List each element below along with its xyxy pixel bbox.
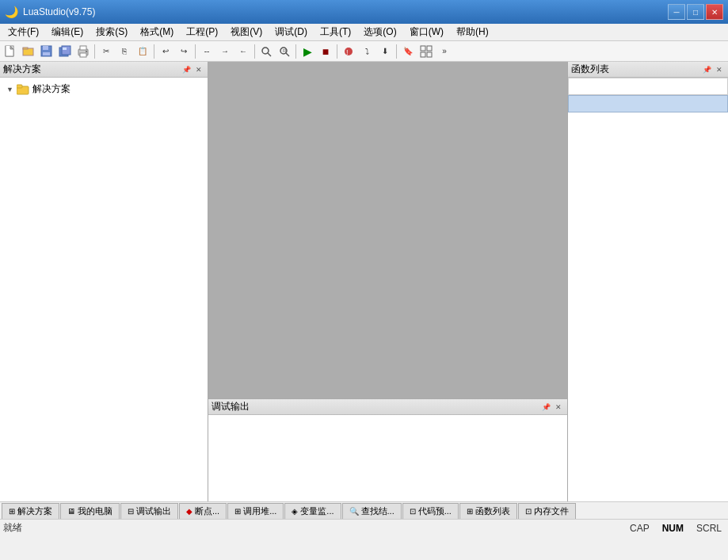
svg-point-14 [262,48,269,54]
menu-format[interactable]: 格式(M) [134,24,180,40]
tab-varwatch-icon: ◈ [292,507,298,516]
tab-codepreview[interactable]: ⊡ 代码预... [402,503,459,519]
svg-rect-26 [17,85,22,88]
tb-debug[interactable]: ! [340,43,357,60]
tb-paste[interactable]: 📋 [134,43,151,60]
solution-tree-item[interactable]: ▼ 解决方案 [3,81,204,97]
tb-bookmark[interactable]: 🔖 [399,43,417,60]
close-button[interactable]: ✕ [706,4,723,20]
center-area: 调试输出 📌 ✕ [208,62,567,501]
tab-mypc-label: 我的电脑 [78,505,112,517]
menu-options[interactable]: 选项(O) [357,24,402,40]
debug-close-icon[interactable]: ✕ [553,402,564,413]
svg-rect-22 [427,46,432,51]
tab-memfile[interactable]: ⊡ 内存文件 [518,503,576,519]
tb-comment[interactable]: -- [198,43,215,60]
svg-rect-24 [427,52,432,57]
status-text: 就绪 [3,521,22,535]
function-list-content [568,112,728,501]
debug-output-content [208,415,567,501]
tb-replace[interactable]: R [276,43,293,60]
solution-panel-title: 解决方案 [3,63,181,76]
tab-mypc-icon: 🖥 [67,507,75,516]
tab-callstack-icon: ⊞ [234,507,241,516]
tb-run[interactable]: ▶ [299,43,316,60]
tb-copy[interactable]: ⎘ [116,43,133,60]
svg-rect-6 [43,52,50,55]
tab-callstack[interactable]: ⊞ 调用堆... [227,503,284,519]
menu-file[interactable]: 文件(F) [2,24,45,40]
function-pin-icon[interactable]: 📌 [701,64,712,75]
menu-tools[interactable]: 工具(T) [314,24,357,40]
svg-rect-11 [80,46,86,50]
minimize-button[interactable]: ─ [668,4,685,20]
menu-view[interactable]: 视图(V) [224,24,269,40]
svg-line-15 [268,53,271,56]
app-icon: 🌙 [5,6,18,18]
tb-more[interactable]: » [436,43,453,60]
tb-stepinto[interactable]: ⬇ [376,43,394,60]
title-controls: ─ □ ✕ [668,4,723,20]
tb-print[interactable] [74,43,92,60]
tb-undo[interactable]: ↩ [157,43,174,60]
status-scrl: SCRL [693,523,725,534]
tab-funclist[interactable]: ⊞ 函数列表 [459,503,517,519]
tab-breakpoint-icon: ◆ [186,507,192,516]
solution-pin-icon[interactable]: 📌 [181,64,192,75]
debug-output-title: 调试输出 [212,400,250,413]
function-close-icon[interactable]: ✕ [714,64,725,75]
tab-breakpoint[interactable]: ◆ 断点... [179,503,227,519]
tb-sep1 [94,44,95,59]
tb-outdent[interactable]: ← [234,43,252,60]
svg-rect-23 [421,52,425,57]
tb-open[interactable] [20,43,37,60]
tb-grid[interactable] [417,43,435,60]
status-indicators: CAP NUM SCRL [627,523,725,534]
tb-indent[interactable]: → [216,43,234,60]
menu-project[interactable]: 工程(P) [180,24,224,40]
tab-debugout-icon: ⊟ [128,507,134,516]
tb-find[interactable] [257,43,275,60]
svg-rect-9 [63,48,67,50]
tab-codepreview-label: 代码预... [418,505,452,517]
tb-stop[interactable]: ■ [317,43,334,60]
tab-memfile-label: 内存文件 [534,505,569,517]
svg-rect-5 [43,46,48,50]
svg-rect-21 [421,46,425,51]
function-list-selected-item[interactable] [568,95,728,112]
tab-debugout[interactable]: ⊟ 调试输出 [120,503,178,519]
left-panel: 解决方案 📌 ✕ ▼ 解决方案 [0,62,208,501]
tb-stepover[interactable]: ⤵ [358,43,375,60]
tb-save[interactable] [38,43,55,60]
svg-text:R: R [283,48,287,53]
main-container: 解决方案 📌 ✕ ▼ 解决方案 调试输出 📌 [0,62,728,501]
function-search-input[interactable] [568,78,728,95]
menu-window[interactable]: 窗口(W) [403,24,450,40]
menu-help[interactable]: 帮助(H) [450,24,495,40]
maximize-button[interactable]: □ [687,4,704,20]
tab-varwatch[interactable]: ◈ 变量监... [284,503,341,519]
tb-cut[interactable]: ✂ [97,43,115,60]
debug-output-panel: 调试输出 📌 ✕ [208,398,567,501]
tb-saveall[interactable] [56,43,74,60]
menu-search[interactable]: 搜索(S) [90,24,134,40]
editor-area[interactable] [208,62,567,398]
tb-sep7 [396,44,397,59]
tab-mypc[interactable]: 🖥 我的电脑 [60,503,120,519]
tab-findresult[interactable]: 🔍 查找结... [342,503,402,519]
tab-debugout-label: 调试输出 [136,505,171,517]
debug-pin-icon[interactable]: 📌 [540,402,551,413]
status-bar: 就绪 CAP NUM SCRL [0,519,728,536]
tab-solution[interactable]: ⊞ 解决方案 [2,503,59,519]
svg-rect-8 [62,46,71,55]
tb-new[interactable] [2,43,19,60]
solution-panel-content: ▼ 解决方案 [0,78,208,501]
menu-debug[interactable]: 调试(D) [269,24,314,40]
solution-close-icon[interactable]: ✕ [193,64,204,75]
tb-redo[interactable]: ↪ [175,43,192,60]
title-bar: 🌙 LuaStudio(v9.75) ─ □ ✕ [0,0,728,24]
menu-edit[interactable]: 编辑(E) [45,24,90,40]
tab-findresult-label: 查找结... [361,505,394,517]
function-panel-icons: 📌 ✕ [701,64,725,75]
debug-output-header: 调试输出 📌 ✕ [208,399,567,415]
